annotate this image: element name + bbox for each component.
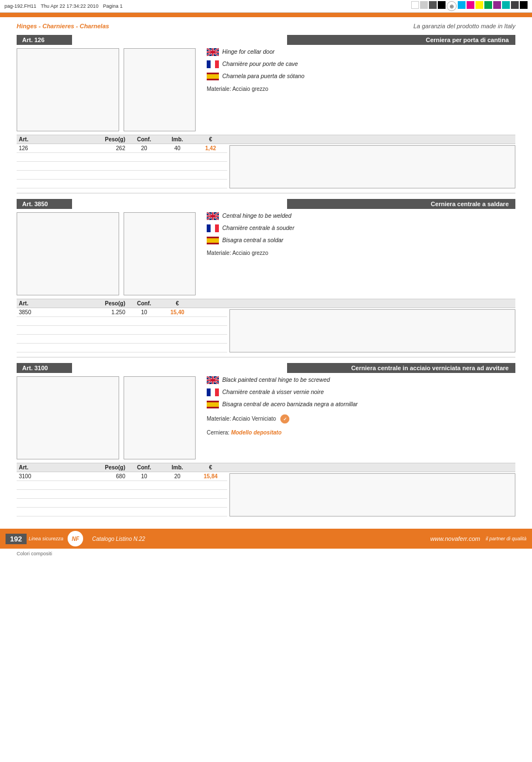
footer-website: www.novaferr.com [430, 535, 480, 542]
art3100-header: Art. 3100 Cerniera centrale in acciaio v… [17, 363, 515, 373]
art3100-table-header: Art. Peso(g) Conf. Imb. € [17, 463, 515, 472]
art3100-desc-fr: Charnière centrale à visser vernie noire [207, 388, 515, 396]
section-art3100: Art. 3100 Cerniera centrale in acciaio v… [17, 363, 515, 516]
art126-text-en: Hinge for cellar door [222, 48, 275, 55]
art126-product-section: Hinge for cellar door Charnière pour por… [17, 48, 515, 131]
svg-rect-39 [215, 388, 219, 396]
art126-header: Art. 126 Cerniera per porta di cantina [17, 35, 515, 45]
art3850-info: Central hinge to be welded Charnière cen… [201, 212, 515, 295]
art3850-header: Art. 3850 Cerniera centrale a saldare [17, 199, 515, 209]
swatch-k [520, 1, 528, 9]
art126-th-eur: € [194, 136, 227, 142]
art126-text-es: Charnela para puerta de sótano [222, 73, 304, 79]
art3850-th-eur: € [161, 300, 194, 306]
art3850-desc-en: Central hinge to be welded [207, 212, 515, 220]
svg-rect-9 [207, 60, 211, 68]
art126-data-rows: 126 262 20 40 1,42 [17, 144, 515, 188]
art126-table-header: Art. Peso(g) Conf. Imb. € [17, 135, 515, 144]
art3100-row1-eur: 15,84 [194, 473, 227, 479]
art3100-row1-conf: 10 [127, 473, 161, 479]
art3850-title: Cerniera centrale a saldare [287, 199, 515, 209]
art3100-text-es: Bisagra central de acero barnizada negra… [222, 401, 358, 407]
art3850-th-conf: Conf. [127, 300, 161, 306]
art3100-cerniera-value: Modello depositato [231, 429, 282, 436]
svg-rect-13 [207, 74, 219, 79]
art3100-th-imb: Imb. [161, 464, 194, 471]
art3100-materiale-label: Materiale: [207, 416, 231, 422]
footer-page-number: 192 [6, 534, 27, 544]
divider-1 [17, 193, 515, 193]
svg-rect-25 [215, 224, 219, 232]
footer-qualita: il partner di qualità [485, 536, 526, 541]
flag-fr-icon-2 [207, 224, 219, 232]
art3100-th-conf: Conf. [127, 464, 161, 471]
art3100-row-2 [17, 481, 227, 490]
art126-text-fr: Charnière pour porte de cave [222, 60, 298, 67]
section-art3850: Art. 3850 Cerniera centrale a saldare [17, 199, 515, 352]
footer-catalogo: Catalogo Listino N.22 [92, 536, 145, 542]
art3850-row-5 [17, 344, 227, 352]
art3100-table: Art. Peso(g) Conf. Imb. € 3100 680 10 20… [17, 463, 515, 516]
art126-info: Hinge for cellar door Charnière pour por… [201, 48, 515, 131]
art3100-cerniera: Cerniera: Modello depositato [207, 429, 515, 436]
bottom-text-container: Colori compositi [0, 549, 532, 558]
art126-image-1 [17, 48, 119, 131]
swatch-y [475, 1, 483, 9]
swatch-dark [429, 1, 437, 9]
art126-materiale: Materiale: Acciaio grezzo [207, 86, 515, 92]
flag-uk-icon [207, 48, 219, 56]
art126-row1-conf: 20 [127, 145, 161, 151]
art3100-text-fr: Charnière centrale à visser vernie noire [222, 388, 324, 395]
footer-qualita-text: il partner di qualità [485, 536, 526, 541]
swatch-cmy [511, 1, 519, 9]
swatch-white [411, 1, 419, 9]
orange-top-bar [0, 13, 532, 17]
art3100-materiale-value: Acciaio Verniciato [232, 416, 276, 422]
art3850-art-label: Art. 3850 [17, 199, 72, 209]
category-right-label: La garanzia del prodotto made in Italy [413, 23, 515, 29]
art126-row1-art: 126 [17, 145, 61, 151]
art3100-row-4 [17, 499, 227, 508]
svg-text:✓: ✓ [283, 417, 287, 422]
art3100-th-peso: Peso(g) [61, 464, 127, 471]
art3850-images [17, 212, 196, 295]
art3100-row-5 [17, 508, 227, 516]
art3850-text-fr: Charnière centrale à souder [222, 224, 294, 231]
art3100-cerniera-label: Cerniera: [207, 429, 229, 436]
art126-row1-imb: 40 [161, 145, 194, 151]
art3100-image-1 [17, 376, 119, 459]
swatch-black [438, 1, 446, 9]
certified-icon: ✓ [280, 414, 290, 424]
color-swatches: ⊕ [411, 1, 528, 11]
flag-uk-icon-3 [207, 376, 219, 384]
swatch-gray [420, 1, 428, 9]
art126-th-art: Art. [17, 136, 61, 142]
art3850-th-art: Art. [17, 300, 61, 306]
divider-2 [17, 357, 515, 357]
footer-linea: Linea sicurezza [29, 536, 64, 541]
filename: pag-192.FH11 [4, 3, 37, 9]
footer: 192 Linea sicurezza NF Catalogo Listino … [0, 529, 532, 549]
art3100-th-eur: € [194, 464, 227, 471]
flag-es-icon-2 [207, 237, 219, 244]
swatch-m [467, 1, 474, 9]
art3100-title: Cerniera centrale in acciaio verniciata … [287, 363, 515, 373]
art126-row-5 [17, 180, 227, 188]
flag-es-icon-3 [207, 401, 219, 408]
flag-fr-icon [207, 60, 219, 68]
date: Thu Apr 22 17:34:22 2010 [41, 3, 99, 9]
art126-images [17, 48, 196, 131]
art3100-data-left: 3100 680 10 20 15,84 [17, 472, 227, 516]
art3100-desc-es: Bisagra central de acero barnizada negra… [207, 401, 515, 408]
art3100-image-2 [124, 376, 196, 459]
category-header: Hinges - Charnieres - Charnelas La garan… [17, 23, 515, 29]
footer-logo: NF [68, 531, 83, 546]
art3100-art-label: Art. 3100 [17, 363, 72, 373]
art3850-row1-eur: 15,40 [161, 309, 194, 315]
art3850-row1-conf: 10 [127, 309, 161, 315]
art3850-data-left: 3850 1.250 10 15,40 [17, 308, 227, 352]
art3100-desc-en: Black painted central hinge to be screwe… [207, 376, 515, 384]
art3850-th-peso: Peso(g) [61, 300, 127, 306]
pagina: Pagina 1 [103, 3, 123, 9]
art3850-text-es: Bisagra central a soldar [222, 237, 283, 243]
